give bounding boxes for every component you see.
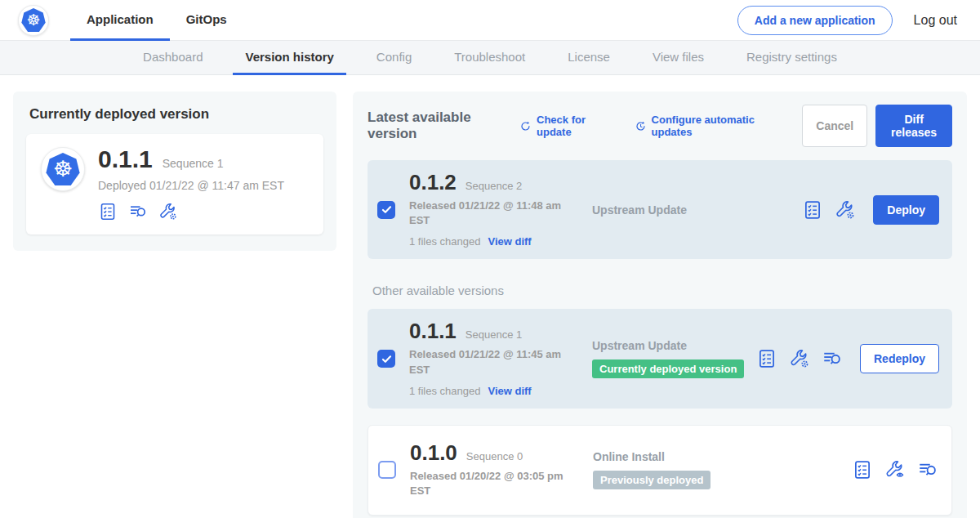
- app-logo-icon: ☸: [41, 147, 85, 191]
- app-subnav: Dashboard Version history Config Trouble…: [0, 41, 980, 75]
- wrench-gear-icon[interactable]: [158, 202, 178, 221]
- version-row-0-1-0: 0.1.0 Sequence 0 Released 01/20/22 @ 03:…: [368, 425, 952, 516]
- version-source: Upstream Update: [592, 203, 687, 217]
- version-sequence: Sequence 2: [466, 180, 522, 192]
- version-row-0-1-2: 0.1.2 Sequence 2 Released 01/21/22 @ 11:…: [368, 160, 952, 259]
- deployed-timestamp: Deployed 01/21/22 @ 11:47 am EST: [98, 179, 284, 192]
- deployed-version-number: 0.1.1: [98, 147, 153, 172]
- view-diff-link[interactable]: View diff: [488, 235, 531, 248]
- checklist-icon[interactable]: [756, 348, 777, 369]
- configure-automatic-updates-link[interactable]: Configure automatic updates: [635, 114, 782, 138]
- add-new-application-button[interactable]: Add a new application: [737, 6, 893, 35]
- checklist-icon[interactable]: [802, 199, 823, 221]
- tab-gitops[interactable]: GitOps: [170, 0, 243, 41]
- tab-application[interactable]: Application: [70, 0, 170, 41]
- version-history-panel: Latest available version Check for updat…: [353, 92, 967, 518]
- currently-deployed-badge: Currently deployed version: [592, 359, 744, 378]
- diff-releases-button[interactable]: Diff releases: [875, 105, 952, 147]
- version-source: Online Install: [593, 450, 665, 463]
- tab-registry-settings[interactable]: Registry settings: [734, 41, 849, 75]
- previously-deployed-badge: Previously deployed: [593, 471, 710, 489]
- wrench-eye-icon[interactable]: [884, 459, 906, 480]
- top-nav: ☸ Application GitOps Add a new applicati…: [0, 0, 980, 41]
- released-timestamp: Released 01/21/22 @ 11:48 am EST: [409, 199, 564, 228]
- version-checkbox[interactable]: [377, 201, 395, 219]
- version-number: 0.1.0: [410, 442, 457, 463]
- auto-update-icon: [635, 119, 647, 133]
- kubernetes-wheel-icon: ☸: [53, 156, 73, 182]
- tab-config[interactable]: Config: [364, 41, 424, 75]
- latest-version-header: Latest available version Check for updat…: [368, 105, 952, 147]
- deployed-sequence: Sequence 1: [163, 157, 224, 170]
- list-magnifier-icon[interactable]: [917, 459, 938, 480]
- currently-deployed-title: Currently deployed version: [29, 106, 323, 123]
- tab-version-history[interactable]: Version history: [233, 41, 345, 75]
- tab-troubleshoot[interactable]: Troubleshoot: [442, 41, 537, 75]
- tab-gitops-label: GitOps: [186, 12, 227, 26]
- configure-automatic-updates-label: Configure automatic updates: [652, 114, 782, 138]
- wrench-gear-icon[interactable]: [789, 348, 810, 369]
- redeploy-button[interactable]: Redeploy: [860, 344, 939, 373]
- released-timestamp: Released 01/20/22 @ 03:05 pm EST: [410, 469, 565, 498]
- files-changed: 1 files changed: [409, 385, 480, 397]
- check-for-update-link[interactable]: Check for update: [519, 114, 613, 138]
- check-icon: [380, 203, 394, 217]
- wrench-gear-icon[interactable]: [835, 199, 856, 221]
- cancel-button[interactable]: Cancel: [802, 105, 867, 147]
- tab-dashboard[interactable]: Dashboard: [131, 41, 215, 75]
- log-out-link[interactable]: Log out: [914, 13, 957, 28]
- deploy-button[interactable]: Deploy: [873, 195, 939, 225]
- version-sequence: Sequence 0: [466, 450, 523, 462]
- other-available-versions-title: Other available versions: [372, 284, 952, 297]
- view-diff-link[interactable]: View diff: [488, 385, 531, 397]
- deployed-version-card: ☸ 0.1.1 Sequence 1 Deployed 01/21/22 @ 1…: [26, 134, 323, 234]
- checklist-icon[interactable]: [852, 459, 873, 480]
- checklist-icon[interactable]: [98, 202, 118, 221]
- tab-application-label: Application: [87, 12, 154, 26]
- kubernetes-logo-icon: ☸: [18, 5, 49, 36]
- main-content: Currently deployed version ☸ 0.1.1 Seque…: [0, 75, 980, 518]
- list-magnifier-icon[interactable]: [822, 348, 843, 369]
- version-number: 0.1.2: [409, 172, 457, 193]
- version-number: 0.1.1: [409, 320, 457, 342]
- released-timestamp: Released 01/21/22 @ 11:45 am EST: [409, 347, 564, 377]
- version-sequence: Sequence 1: [466, 328, 522, 341]
- refresh-icon: [519, 119, 532, 133]
- currently-deployed-panel: Currently deployed version ☸ 0.1.1 Seque…: [13, 92, 336, 251]
- tab-license[interactable]: License: [555, 41, 622, 75]
- check-for-update-label: Check for update: [537, 114, 613, 138]
- check-icon: [380, 352, 394, 366]
- version-checkbox[interactable]: [377, 350, 395, 368]
- latest-available-title: Latest available version: [368, 109, 506, 142]
- tab-view-files[interactable]: View files: [640, 41, 716, 75]
- version-checkbox[interactable]: [378, 461, 396, 479]
- kubernetes-wheel-icon: ☸: [26, 11, 40, 29]
- files-changed: 1 files changed: [409, 235, 480, 248]
- version-source: Upstream Update: [592, 339, 687, 352]
- version-row-0-1-1: 0.1.1 Sequence 1 Released 01/21/22 @ 11:…: [368, 309, 952, 408]
- list-magnifier-icon[interactable]: [128, 202, 148, 221]
